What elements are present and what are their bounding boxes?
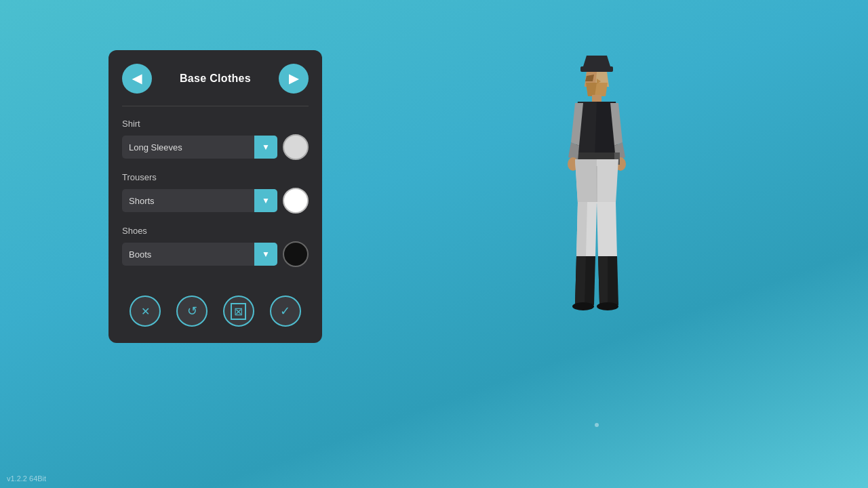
shoes-color-picker[interactable] bbox=[283, 241, 309, 267]
confirm-icon: ✓ bbox=[280, 304, 290, 319]
reset-button[interactable]: ↺ bbox=[176, 296, 208, 327]
character-model bbox=[481, 47, 712, 441]
trousers-dropdown[interactable]: Shorts ▼ bbox=[122, 189, 277, 212]
reset-icon: ↺ bbox=[187, 304, 197, 319]
clothing-panel: ◀ Base Clothes ▶ Shirt Long Sleeves ▼ Tr… bbox=[108, 50, 322, 343]
shirt-color-picker[interactable] bbox=[283, 134, 309, 160]
trousers-color-picker[interactable] bbox=[283, 188, 309, 214]
character-viewport bbox=[326, 0, 868, 488]
svg-marker-23 bbox=[576, 202, 587, 258]
randomize-button[interactable]: ⊠ bbox=[223, 296, 254, 327]
next-button[interactable]: ▶ bbox=[279, 64, 309, 94]
svg-marker-20 bbox=[575, 159, 597, 203]
panel-title: Base Clothes bbox=[180, 73, 251, 85]
cancel-icon: ✕ bbox=[141, 305, 150, 318]
trousers-label: Trousers bbox=[122, 172, 309, 182]
shoes-row: Boots ▼ bbox=[122, 241, 309, 267]
header-divider bbox=[122, 106, 309, 106]
shirt-label: Shirt bbox=[122, 119, 309, 129]
shirt-dropdown-arrow[interactable]: ▼ bbox=[254, 136, 277, 159]
shoes-label: Shoes bbox=[122, 226, 309, 236]
randomize-icon: ⊠ bbox=[231, 303, 246, 320]
svg-marker-26 bbox=[575, 256, 586, 305]
svg-marker-0 bbox=[583, 56, 610, 66]
svg-point-27 bbox=[572, 302, 594, 310]
svg-rect-1 bbox=[580, 66, 613, 72]
version-label: v1.2.2 64Bit bbox=[7, 474, 46, 483]
shirt-dropdown[interactable]: Long Sleeves ▼ bbox=[122, 136, 277, 159]
trousers-value: Shorts bbox=[122, 189, 254, 212]
shoes-dropdown-arrow[interactable]: ▼ bbox=[254, 243, 277, 266]
shirt-row: Long Sleeves ▼ bbox=[122, 134, 309, 160]
svg-marker-24 bbox=[597, 202, 617, 258]
shoes-dropdown[interactable]: Boots ▼ bbox=[122, 243, 277, 266]
shoes-value: Boots bbox=[122, 243, 254, 266]
action-buttons: ✕ ↺ ⊠ ✓ bbox=[122, 287, 309, 327]
panel-header: ◀ Base Clothes ▶ bbox=[122, 64, 309, 94]
svg-rect-8 bbox=[592, 95, 601, 102]
trousers-dropdown-arrow[interactable]: ▼ bbox=[254, 189, 277, 212]
ground-dot bbox=[595, 423, 599, 427]
trousers-row: Shorts ▼ bbox=[122, 188, 309, 214]
shirt-value: Long Sleeves bbox=[122, 136, 254, 159]
svg-marker-29 bbox=[598, 256, 608, 305]
confirm-button[interactable]: ✓ bbox=[270, 296, 301, 327]
prev-button[interactable]: ◀ bbox=[122, 64, 152, 94]
svg-point-30 bbox=[597, 302, 618, 310]
cancel-button[interactable]: ✕ bbox=[130, 296, 161, 327]
